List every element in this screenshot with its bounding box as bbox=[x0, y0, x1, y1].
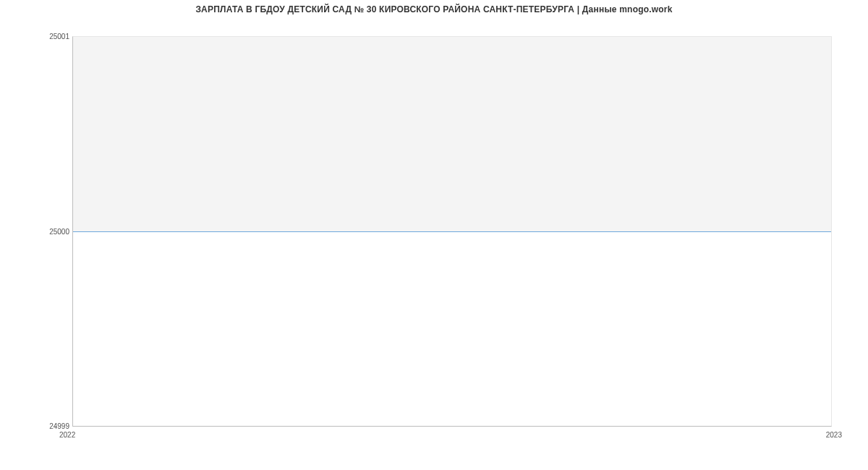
series-area-fill bbox=[73, 37, 831, 231]
chart-title: ЗАРПЛАТА В ГБДОУ ДЕТСКИЙ САД № 30 КИРОВС… bbox=[0, 4, 868, 14]
series-line bbox=[73, 231, 831, 232]
salary-chart: ЗАРПЛАТА В ГБДОУ ДЕТСКИЙ САД № 30 КИРОВС… bbox=[0, 0, 868, 470]
y-tick-25000: 25000 bbox=[49, 228, 69, 236]
x-tick-2023: 2023 bbox=[826, 431, 842, 439]
y-tick-24999: 24999 bbox=[49, 422, 69, 430]
x-tick-2022: 2022 bbox=[59, 431, 75, 439]
y-tick-25001: 25001 bbox=[49, 33, 69, 40]
plot-area bbox=[72, 36, 832, 427]
